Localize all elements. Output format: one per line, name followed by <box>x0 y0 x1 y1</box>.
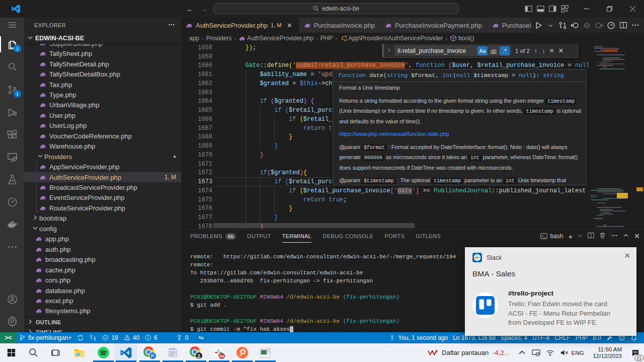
tree-file[interactable]: Warehouse.php <box>24 141 181 152</box>
tree-folder[interactable]: Providers● <box>24 152 181 162</box>
taskbar-chrome[interactable] <box>185 343 207 362</box>
compare-changes-button[interactable] <box>558 21 568 30</box>
find-input[interactable]: it-retail_purchase_invoice Aaab.* <box>394 45 511 56</box>
taskbar-vscode[interactable] <box>115 343 137 362</box>
tab-close-icon[interactable]: ✕ <box>286 22 294 29</box>
command-center-search[interactable]: edwin-acsi-be <box>213 3 459 14</box>
panel-tab-output[interactable]: OUTPUT <box>247 230 271 243</box>
open-changes-prev-button[interactable] <box>570 21 580 30</box>
taskbar-postman[interactable] <box>231 343 254 362</box>
close-panel-button[interactable]: ✕ <box>634 232 640 240</box>
toggle-sidebar-icon[interactable] <box>525 5 532 13</box>
taskbar-search[interactable] <box>22 343 45 362</box>
tree-file[interactable]: EventServiceProvider.php <box>24 193 181 203</box>
run-dropdown-button[interactable] <box>546 21 555 30</box>
whole-word-toggle[interactable]: ab <box>489 46 499 55</box>
activity-accounts[interactable] <box>0 289 24 309</box>
panel-tab-problems[interactable]: PROBLEMS65 <box>190 230 236 243</box>
news-widget[interactable]: Daftar pantauan -4,2... <box>428 349 509 357</box>
taskbar-start[interactable] <box>0 343 23 362</box>
terminal-dropdown-button[interactable] <box>578 233 583 240</box>
tree-file[interactable]: AuthServiceProvider.php1, M <box>24 172 181 182</box>
activity-history-extension[interactable] <box>0 192 24 212</box>
panel-tab-ports[interactable]: PORTS <box>385 230 405 243</box>
activity-explorer[interactable]: 1 <box>0 34 24 54</box>
breadcrumb-item[interactable]: App\Providers\AuthServiceProvider <box>340 35 443 42</box>
kill-terminal-button[interactable] <box>599 232 606 240</box>
activity-run-debug[interactable] <box>0 102 24 122</box>
status-sync-changes[interactable] <box>195 332 208 343</box>
panel-more-actions-button[interactable] <box>611 232 618 241</box>
activity-source-control[interactable]: 1 <box>0 80 24 100</box>
customize-layout-icon[interactable] <box>561 5 569 13</box>
regex-toggle[interactable]: .* <box>500 46 510 55</box>
maximize-panel-button[interactable] <box>623 233 629 240</box>
tree-file[interactable]: TallySheetDetail.php <box>24 59 181 69</box>
status-blame[interactable]: You, 1 second ago <box>386 332 450 343</box>
status-sync[interactable] <box>74 332 87 343</box>
tree-file[interactable]: UserLog.php <box>24 121 181 131</box>
activity-search[interactable] <box>0 56 24 77</box>
taskbar-notepad[interactable] <box>162 343 184 362</box>
tree-file[interactable]: BroadcastServiceProvider.php <box>24 182 181 192</box>
volume-muted-icon[interactable] <box>560 348 569 357</box>
activity-extensions[interactable] <box>0 124 24 144</box>
tree-file[interactable]: cors.php <box>24 275 181 285</box>
tree-root-folder[interactable]: EDWIN-ACSI-BE <box>24 33 181 44</box>
taskbar-file-explorer[interactable] <box>68 343 91 362</box>
tray-expand-icon[interactable] <box>518 348 526 357</box>
panel-tab-gitlens[interactable]: GITLENS <box>416 230 441 243</box>
slack-notification[interactable]: Slack ✕ BMA - Sales #trello-project Trel… <box>465 247 636 336</box>
close-button[interactable] <box>621 0 644 18</box>
run-code-button[interactable] <box>534 21 543 30</box>
tree-file[interactable]: cache.php <box>24 265 181 275</box>
editor-tab[interactable]: PurchaseInvoice.php <box>299 18 380 33</box>
restore-button[interactable] <box>598 0 621 18</box>
tree-file[interactable]: RouteServiceProvider.php <box>24 203 181 213</box>
previous-match-button[interactable]: ↑ <box>534 47 538 54</box>
taskbar-slack[interactable]: 84 <box>208 343 230 362</box>
remote-indicator[interactable]: >< <box>0 332 17 343</box>
taskbar-task-view[interactable] <box>45 343 67 362</box>
timeline-section[interactable]: TIMELINE <box>24 327 181 333</box>
breadcrumb-item[interactable]: AuthServiceProvider.php <box>238 35 313 42</box>
close-find-button[interactable]: ✕ <box>558 47 564 54</box>
editor-tab[interactable]: PurchaseInvoicePayment.php <box>380 18 488 33</box>
breadcrumb-item[interactable]: app <box>189 35 199 42</box>
tree-file[interactable]: VoucherCodeReference.php <box>24 131 181 141</box>
panel-tab-terminal[interactable]: TERMINAL <box>282 230 312 243</box>
open-changes-next-button[interactable] <box>594 21 604 30</box>
tree-file[interactable]: TallySheetDetailBox.php <box>24 69 181 79</box>
cast-icon[interactable] <box>532 348 540 357</box>
activity-testing[interactable] <box>0 169 24 189</box>
taskbar-spotify[interactable] <box>92 343 115 362</box>
toggle-secondary-sidebar-icon[interactable] <box>549 5 556 13</box>
tree-folder[interactable]: config <box>24 224 181 234</box>
activity-settings[interactable] <box>0 311 24 331</box>
panel-tab-debug-console[interactable]: DEBUG CONSOLE <box>323 230 373 243</box>
terminal-output[interactable]: remote: https://gitlab.com/edwin-consult… <box>190 253 456 333</box>
tree-file[interactable]: database.php <box>24 285 181 296</box>
outline-section[interactable]: OUTLINE <box>24 317 181 327</box>
activity-remote-explorer[interactable] <box>0 147 24 167</box>
code-editor[interactable]: it-retail_purchase_invoice Aaab.* 1 of 2… <box>181 44 644 229</box>
status-ports[interactable]: 0 <box>174 332 192 343</box>
sidebar-more-actions-icon[interactable] <box>168 21 175 28</box>
file-history-button[interactable] <box>606 21 616 30</box>
tree-file[interactable]: broadcasting.php <box>24 254 181 264</box>
activity-docker[interactable] <box>0 214 24 234</box>
tree-file[interactable]: UrbanVillage.php <box>24 100 181 110</box>
taskbar-chrome-profile-p[interactable]: P <box>138 343 161 362</box>
status-warnings[interactable]: 40 <box>121 332 142 343</box>
tree-file[interactable]: Tax.php <box>24 80 181 90</box>
activity-additional-views[interactable] <box>0 237 24 257</box>
breadcrumb-item[interactable]: PHP <box>320 35 333 42</box>
taskbar-app-window[interactable] <box>254 343 277 362</box>
language-indicator[interactable]: ENG <box>572 350 584 356</box>
match-case-toggle[interactable]: Aa <box>477 46 488 55</box>
tree-file[interactable]: app.php <box>24 234 181 244</box>
status-infos[interactable]: 6 <box>142 332 160 343</box>
wifi-icon[interactable] <box>546 348 554 357</box>
notification-center[interactable]: 21 <box>627 343 644 362</box>
tree-file[interactable]: AppServiceProvider.php <box>24 162 181 172</box>
